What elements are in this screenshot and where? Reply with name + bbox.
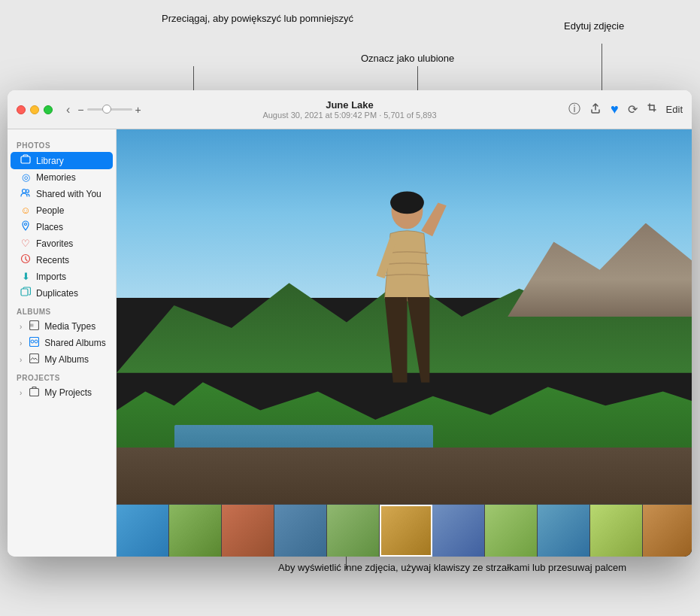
film-thumb-3[interactable] bbox=[222, 505, 274, 557]
sidebar-item-shared-with-you[interactable]: Shared with You bbox=[11, 185, 113, 202]
sidebar-item-people[interactable]: ☺ People bbox=[11, 202, 113, 218]
ground-layer bbox=[117, 448, 692, 504]
imports-icon: ⬇ bbox=[20, 271, 32, 282]
info-icon[interactable]: ⓘ bbox=[567, 100, 582, 119]
svg-point-3 bbox=[25, 223, 27, 226]
sidebar-item-library[interactable]: Library bbox=[11, 152, 113, 169]
film-thumb-5[interactable] bbox=[327, 505, 380, 557]
window-body: Photos Library ◎ Memories bbox=[8, 129, 692, 557]
film-thumb-8[interactable] bbox=[485, 505, 538, 557]
duplicates-label: Duplicates bbox=[36, 288, 78, 299]
svg-point-10 bbox=[35, 340, 38, 343]
memories-label: Memories bbox=[36, 172, 76, 183]
favorite-icon[interactable]: ♥ bbox=[609, 100, 620, 119]
sidebar-item-memories[interactable]: ◎ Memories bbox=[11, 169, 113, 185]
zoom-minus-icon: − bbox=[77, 104, 83, 116]
zoom-slider[interactable] bbox=[87, 108, 132, 111]
projects-section-label: Projects bbox=[8, 368, 116, 384]
film-thumb-1[interactable] bbox=[117, 505, 169, 557]
share-icon[interactable] bbox=[588, 101, 603, 119]
maximize-button[interactable] bbox=[44, 105, 53, 114]
film-thumb-7[interactable] bbox=[432, 505, 485, 557]
media-types-chevron: › bbox=[20, 323, 22, 331]
crop-icon[interactable] bbox=[645, 101, 660, 119]
shared-with-you-label: Shared with You bbox=[36, 189, 102, 199]
sidebar-item-shared-albums[interactable]: › Shared Albums bbox=[11, 335, 113, 351]
svg-point-9 bbox=[31, 340, 34, 343]
svg-rect-0 bbox=[21, 156, 30, 163]
photo-title: June Lake bbox=[262, 99, 436, 111]
my-albums-label: My Albums bbox=[44, 354, 89, 365]
svg-point-14 bbox=[390, 191, 424, 214]
sidebar-item-recents[interactable]: Recents bbox=[11, 251, 113, 269]
mac-window: ‹ − + June Lake August 30, 2021 at 5:09:… bbox=[8, 90, 692, 557]
film-thumb-11[interactable] bbox=[643, 505, 692, 557]
places-icon bbox=[20, 220, 32, 233]
zoom-thumb bbox=[102, 105, 111, 114]
sidebar: Photos Library ◎ Memories bbox=[8, 129, 117, 557]
traffic-lights bbox=[17, 105, 53, 114]
zoom-slider-container: − + bbox=[77, 104, 141, 116]
my-projects-chevron: › bbox=[20, 389, 22, 397]
rotate-icon[interactable]: ⟳ bbox=[626, 101, 639, 118]
my-projects-icon bbox=[28, 387, 40, 399]
albums-section-label: Albums bbox=[8, 302, 116, 318]
people-label: People bbox=[36, 205, 64, 216]
svg-rect-11 bbox=[29, 354, 38, 363]
sidebar-item-duplicates[interactable]: Duplicates bbox=[11, 284, 113, 302]
title-bar: ‹ − + June Lake August 30, 2021 at 5:09:… bbox=[8, 90, 692, 129]
shared-albums-chevron: › bbox=[20, 339, 22, 347]
my-projects-label: My Projects bbox=[44, 387, 92, 398]
sidebar-item-places[interactable]: Places bbox=[11, 218, 113, 235]
shared-albums-label: Shared Albums bbox=[44, 338, 105, 348]
library-icon bbox=[20, 154, 32, 167]
duplicates-icon bbox=[20, 287, 32, 299]
recents-label: Recents bbox=[36, 255, 69, 266]
title-center: June Lake August 30, 2021 at 5:09:42 PM … bbox=[262, 99, 436, 120]
people-icon: ☺ bbox=[20, 205, 32, 216]
svg-rect-5 bbox=[21, 289, 28, 296]
edit-annotation: Edytuj zdjęcie bbox=[564, 19, 624, 34]
favorites-icon: ♡ bbox=[20, 238, 32, 249]
film-strip[interactable] bbox=[117, 504, 692, 557]
favorites-label: Favorites bbox=[36, 238, 73, 249]
zoom-annotation: Przeciągaj, aby powiększyć lub pomniejsz… bbox=[162, 11, 353, 26]
sidebar-item-imports[interactable]: ⬇ Imports bbox=[11, 269, 113, 284]
main-content bbox=[117, 129, 692, 557]
film-thumb-9[interactable] bbox=[538, 505, 590, 557]
person-subject bbox=[318, 186, 491, 456]
sidebar-item-my-projects[interactable]: › My Projects bbox=[11, 384, 113, 401]
sidebar-item-media-types[interactable]: › Media Types bbox=[11, 318, 113, 335]
media-types-label: Media Types bbox=[44, 321, 95, 332]
filmstrip-line bbox=[346, 554, 347, 569]
photo-area[interactable] bbox=[117, 129, 692, 504]
close-button[interactable] bbox=[17, 105, 26, 114]
svg-rect-12 bbox=[29, 389, 38, 396]
photo-background bbox=[117, 129, 692, 504]
my-albums-icon bbox=[28, 354, 40, 366]
minimize-button[interactable] bbox=[30, 105, 39, 114]
toolbar-right: ⓘ ♥ ⟳ Edit bbox=[567, 100, 683, 119]
film-thumb-10[interactable] bbox=[590, 505, 643, 557]
svg-rect-7 bbox=[29, 324, 33, 327]
shared-albums-icon bbox=[28, 337, 40, 349]
places-label: Places bbox=[36, 222, 63, 232]
edit-button[interactable]: Edit bbox=[666, 104, 683, 115]
recents-icon bbox=[20, 253, 32, 266]
memories-icon: ◎ bbox=[20, 171, 32, 183]
favorite-annotation: Oznacz jako ulubione bbox=[361, 51, 454, 66]
photo-subtitle: August 30, 2021 at 5:09:42 PM · 5,701 of… bbox=[262, 111, 436, 120]
imports-label: Imports bbox=[36, 272, 66, 282]
nav-back-button[interactable]: ‹ bbox=[62, 102, 74, 118]
photos-section-label: Photos bbox=[8, 135, 116, 152]
sidebar-item-my-albums[interactable]: › My Albums bbox=[11, 351, 113, 368]
film-thumb-6[interactable] bbox=[380, 505, 432, 557]
filmstrip-annotation: Aby wyświetlić inne zdjęcia, używaj klaw… bbox=[278, 560, 626, 575]
shared-with-you-icon bbox=[20, 187, 32, 200]
svg-point-1 bbox=[23, 190, 26, 193]
film-thumb-2[interactable] bbox=[169, 505, 222, 557]
sidebar-item-favorites[interactable]: ♡ Favorites bbox=[11, 235, 113, 251]
my-albums-chevron: › bbox=[20, 356, 22, 364]
library-label: Library bbox=[36, 156, 64, 166]
film-thumb-4[interactable] bbox=[274, 505, 327, 557]
